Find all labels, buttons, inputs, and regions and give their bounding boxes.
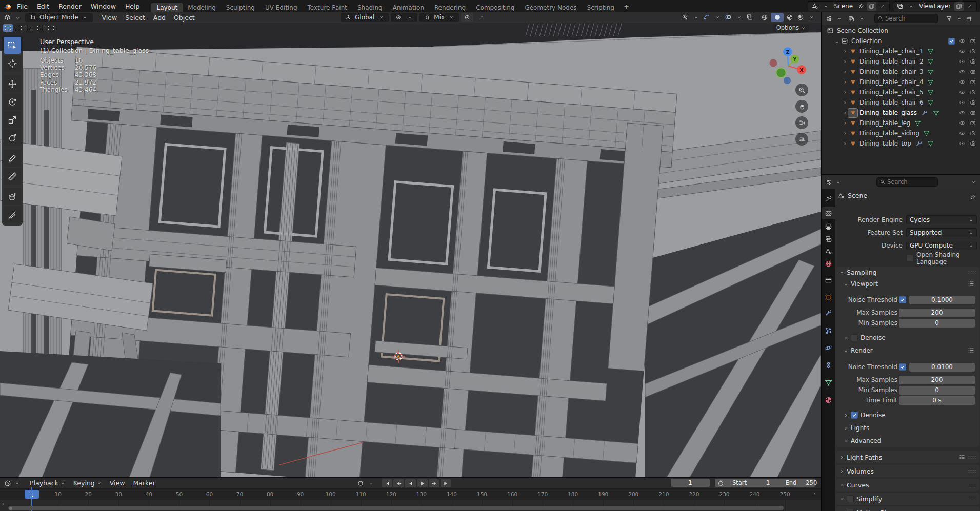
scale-tool-button[interactable] — [4, 111, 21, 128]
mode-selector[interactable]: Object Mode — [25, 13, 93, 22]
properties-search[interactable]: Search — [876, 177, 938, 187]
transform-tool-button[interactable] — [4, 129, 21, 146]
navigation-gizmo[interactable]: Z Y X — [764, 42, 815, 89]
render-denoise-checkbox[interactable] — [851, 412, 858, 419]
zoom-icon[interactable] — [795, 84, 808, 96]
viewlayer-name[interactable]: ViewLayer — [917, 3, 953, 10]
shading-solid-icon[interactable] — [771, 13, 784, 22]
render-denoise-row[interactable]: Denoise — [844, 412, 886, 419]
topbar-menu-help[interactable]: Help — [121, 0, 145, 12]
play-button[interactable] — [417, 479, 428, 487]
properties-tab-scene[interactable] — [822, 245, 835, 257]
expand-caret-icon[interactable]: › — [842, 89, 848, 96]
chevron-down-icon[interactable] — [834, 14, 844, 23]
disable-render-camera-icon[interactable] — [969, 69, 976, 75]
hide-eye-icon[interactable] — [958, 120, 966, 126]
timeline-ruler[interactable]: 1 ‹ 102030405060708090100110120130140150… — [0, 489, 821, 500]
viewport-menu-object[interactable]: Object — [170, 12, 199, 23]
select-mode-subtract-button[interactable] — [25, 24, 34, 32]
outliner-row-scene collection[interactable]: Scene Collection — [822, 26, 980, 36]
outliner-search[interactable]: Search — [874, 14, 938, 23]
expand-channels-icon[interactable]: › — [2, 501, 4, 507]
transform-orientation-dropdown[interactable]: Global — [341, 13, 389, 22]
start-value[interactable]: 1 — [766, 479, 770, 486]
editor-type-3d-viewport-icon[interactable] — [3, 13, 12, 22]
workspace-tab-rendering[interactable]: Rendering — [429, 3, 471, 12]
properties-tab-particles[interactable] — [822, 324, 835, 336]
expand-caret-icon[interactable]: › — [842, 58, 848, 65]
object-name[interactable]: Scene Collection — [837, 27, 888, 34]
play-backwards-button[interactable] — [405, 479, 416, 487]
viewport-menu-view[interactable]: View — [98, 12, 122, 23]
workspace-tab-scripting[interactable]: Scripting — [582, 3, 619, 12]
expand-caret-icon[interactable]: › — [842, 119, 848, 127]
disable-render-camera-icon[interactable] — [969, 58, 976, 65]
viewport-menu-add[interactable]: Add — [149, 12, 170, 23]
hide-eye-icon[interactable] — [958, 140, 966, 147]
workspace-tab-compositing[interactable]: Compositing — [471, 3, 519, 12]
outliner-row-dining_table_chair_1[interactable]: ›Dining_table_chair_1 — [822, 46, 980, 56]
viewport-denoise-row[interactable]: Denoise — [844, 334, 886, 341]
object-name[interactable]: Dining_table_chair_5 — [859, 89, 924, 96]
workspace-tab-sculpting[interactable]: Sculpting — [221, 3, 260, 12]
scene-selector[interactable]: Scene — [808, 1, 890, 11]
outliner-row-dining_table_leg[interactable]: ›Dining_table_leg — [822, 118, 980, 128]
object-name[interactable]: Dining_table_chair_6 — [859, 99, 924, 106]
overlays-toggle-icon[interactable] — [724, 13, 733, 22]
chevron-down-icon[interactable] — [833, 178, 843, 187]
time-limit-field[interactable]: 0 s — [899, 396, 975, 405]
noise-threshold-field[interactable]: 0.1000 — [909, 296, 975, 304]
properties-tab-physics[interactable] — [822, 341, 835, 354]
show-gizmo-visibility-icon[interactable] — [680, 13, 690, 22]
panel-volumes[interactable]: Volumes:::: — [836, 465, 979, 477]
preset-list-icon[interactable] — [968, 347, 974, 354]
chevron-down-icon[interactable] — [857, 14, 866, 23]
measure-tool-button[interactable] — [4, 168, 21, 185]
topbar-menu-file[interactable]: File — [12, 0, 32, 12]
panel-simplify[interactable]: Simplify:::: — [836, 493, 979, 505]
collapse-arrow-icon[interactable]: ‹ — [813, 491, 815, 497]
outliner-row-dining_table_chair_2[interactable]: ›Dining_table_chair_2 — [822, 56, 980, 67]
timeline-menu-keying[interactable]: Keying — [69, 478, 106, 488]
chevron-down-icon[interactable] — [12, 479, 22, 487]
outliner-row-dining_table_glass[interactable]: ›Dining_table_glass — [822, 108, 980, 118]
disable-render-camera-icon[interactable] — [969, 130, 976, 136]
hide-eye-icon[interactable] — [958, 130, 966, 136]
jump-to-end-button[interactable] — [441, 479, 451, 487]
snap-settings[interactable]: Mix — [419, 13, 459, 22]
properties-tab-output[interactable] — [822, 220, 835, 233]
expand-caret-icon[interactable]: › — [842, 68, 848, 75]
filter-icon[interactable] — [944, 14, 953, 23]
disable-render-camera-icon[interactable] — [969, 99, 976, 106]
advanced-row[interactable]: Advanced — [844, 437, 881, 444]
disable-render-camera-icon[interactable] — [969, 38, 976, 45]
workspace-tab-modeling[interactable]: Modeling — [183, 3, 221, 12]
workspace-tab-texture-paint[interactable]: Texture Paint — [303, 3, 352, 12]
unlink-scene-icon[interactable] — [878, 2, 887, 11]
chevron-down-icon[interactable] — [954, 14, 964, 23]
osl-checkbox[interactable] — [906, 255, 913, 262]
workspace-tab-animation[interactable]: Animation — [388, 3, 429, 12]
gizmos-toggle-icon[interactable] — [702, 13, 711, 22]
timeline-scrollbar[interactable] — [8, 506, 784, 510]
timeline-menu-playback[interactable]: Playback — [26, 478, 69, 488]
panel-curves[interactable]: Curves:::: — [836, 479, 979, 491]
disable-render-camera-icon[interactable] — [969, 79, 976, 85]
select-box-tool-button[interactable] — [4, 37, 21, 54]
auto-keying-icon[interactable] — [356, 479, 365, 488]
sampling-render-subheader[interactable]: Render — [844, 347, 873, 354]
disable-render-camera-icon[interactable] — [969, 120, 976, 126]
select-mode-extend-button[interactable] — [14, 24, 24, 32]
annotate-tool-button[interactable] — [4, 150, 21, 167]
shading-material-preview-icon[interactable] — [785, 13, 794, 22]
new-scene-icon[interactable] — [867, 2, 876, 11]
panel-motion-blur[interactable]: Motion Blur:::: — [836, 506, 979, 511]
max-samples-field[interactable]: 200 — [899, 309, 975, 317]
next-keyframe-button[interactable] — [429, 479, 439, 487]
panel-light-paths[interactable]: Light Paths:::: — [836, 451, 979, 463]
properties-tab-collection[interactable] — [822, 274, 835, 286]
remove-viewlayer-icon[interactable] — [965, 2, 974, 11]
hide-eye-icon[interactable] — [958, 38, 966, 45]
properties-tab-modifiers[interactable] — [822, 306, 835, 319]
properties-tab-object[interactable] — [822, 291, 835, 303]
